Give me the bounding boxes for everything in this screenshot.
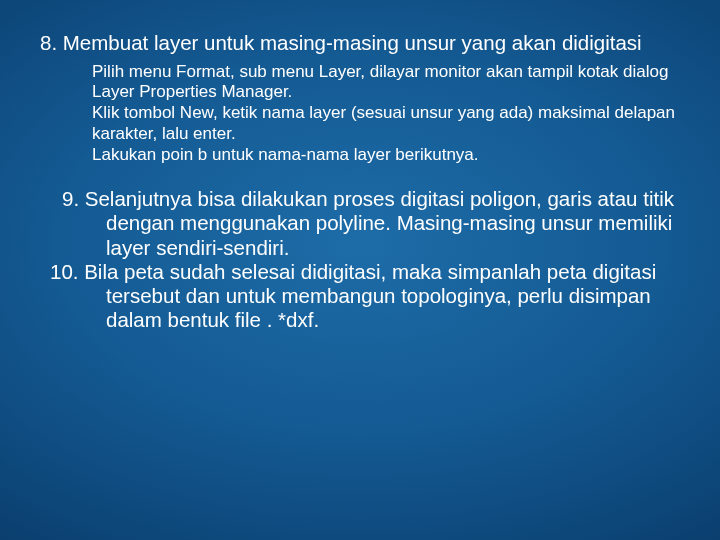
item-10: 10. Bila peta sudah selesai didigitasi, … bbox=[40, 260, 680, 333]
sub-item: Lakukan poin b untuk nama-nama layer ber… bbox=[92, 145, 680, 166]
item-9: 9. Selanjutnya bisa dilakukan proses dig… bbox=[40, 187, 680, 260]
item-8-title: 8. Membuat layer untuk masing-masing uns… bbox=[40, 30, 680, 56]
sub-item: Klik tombol New, ketik nama layer (sesua… bbox=[92, 103, 680, 144]
sub-item: Pilih menu Format, sub menu Layer, dilay… bbox=[92, 62, 680, 103]
slide: 8. Membuat layer untuk masing-masing uns… bbox=[0, 0, 720, 540]
item-8-sublist: Pilih menu Format, sub menu Layer, dilay… bbox=[40, 62, 680, 166]
